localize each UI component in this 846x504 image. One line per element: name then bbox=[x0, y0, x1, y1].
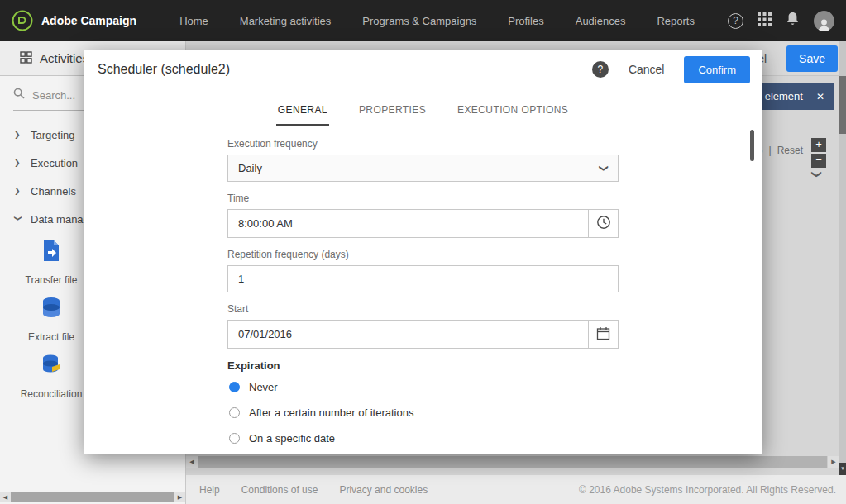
chevron-right-icon: ❯ bbox=[14, 131, 22, 139]
copyright-text: © 2016 Adobe Systems Incorporated. All R… bbox=[579, 484, 836, 496]
dialog-scrollbar-thumb[interactable] bbox=[750, 130, 754, 161]
footer-link-conditions[interactable]: Conditions of use bbox=[241, 484, 318, 496]
canvas-scrollbar-thumb[interactable] bbox=[198, 456, 827, 468]
dialog-actions: ? Cancel Confirm bbox=[592, 56, 750, 83]
zoom-separator: | bbox=[769, 145, 772, 156]
calendar-icon bbox=[596, 326, 610, 343]
dialog-tabs: GENERAL PROPERTIES EXECUTION OPTIONS bbox=[84, 89, 762, 126]
zoom-out-button[interactable]: − bbox=[811, 154, 826, 168]
radio-label: Never bbox=[249, 381, 278, 393]
start-date-input[interactable] bbox=[228, 321, 588, 348]
scheduler-dialog: Scheduler (schedule2) ? Cancel Confirm G… bbox=[84, 50, 762, 454]
dialog-confirm-button[interactable]: Confirm bbox=[684, 56, 750, 83]
activity-label: Transfer file bbox=[26, 274, 78, 286]
scroll-right-icon[interactable]: ▶ bbox=[828, 456, 839, 468]
zoom-buttons: + − bbox=[811, 138, 826, 168]
dialog-body: Execution frequency Daily ❯ Time bbox=[84, 126, 762, 454]
radio-label: On a specific date bbox=[249, 432, 335, 445]
start-date-label: Start bbox=[227, 303, 619, 315]
page-vertical-scrollbar: ▼ bbox=[839, 41, 846, 475]
dialog-title: Scheduler (schedule2) bbox=[98, 62, 230, 77]
repetition-frequency-input[interactable] bbox=[227, 265, 619, 292]
expiration-option-specific-date[interactable]: On a specific date bbox=[227, 432, 619, 445]
canvas-horizontal-scrollbar: ◀ ▶ bbox=[186, 456, 839, 468]
footer-link-privacy[interactable]: Privacy and cookies bbox=[339, 484, 428, 496]
brand: Adobe Campaign bbox=[12, 10, 136, 31]
clock-icon bbox=[596, 215, 611, 232]
activities-panel-title: Activities bbox=[40, 51, 88, 65]
time-field: Time bbox=[227, 193, 619, 238]
radio-unselected-icon[interactable] bbox=[229, 433, 240, 444]
scheduler-form: Execution frequency Daily ❯ Time bbox=[227, 138, 619, 445]
main-nav: Home Marketing activities Programs & Cam… bbox=[179, 15, 695, 27]
collapse-panel-chevron-icon[interactable]: ❯ bbox=[811, 170, 823, 178]
expiration-option-never[interactable]: Never bbox=[227, 381, 619, 393]
footer-link-help[interactable]: Help bbox=[199, 484, 220, 496]
search-icon bbox=[13, 88, 25, 102]
sidebar-horizontal-scrollbar: ◀ ▶ bbox=[0, 492, 185, 502]
time-label: Time bbox=[227, 193, 619, 204]
zoom-status: 6 | Reset bbox=[758, 145, 803, 156]
time-input-group bbox=[227, 209, 619, 238]
time-picker-button[interactable] bbox=[588, 210, 618, 237]
scroll-right-icon[interactable]: ▶ bbox=[174, 492, 185, 502]
section-label: Channels bbox=[31, 185, 76, 197]
brand-name: Adobe Campaign bbox=[41, 14, 136, 27]
start-date-field: Start bbox=[227, 303, 619, 349]
zoom-in-button[interactable]: + bbox=[811, 138, 826, 152]
execution-frequency-select[interactable]: Daily ❯ bbox=[227, 155, 619, 182]
execution-frequency-label: Execution frequency bbox=[227, 138, 619, 150]
dialog-help-icon[interactable]: ? bbox=[592, 61, 609, 78]
scroll-left-icon[interactable]: ◀ bbox=[0, 492, 11, 502]
nav-home[interactable]: Home bbox=[179, 15, 208, 27]
radio-unselected-icon[interactable] bbox=[229, 407, 240, 418]
zoom-reset-link[interactable]: Reset bbox=[777, 145, 803, 156]
notifications-bell-icon[interactable] bbox=[786, 12, 800, 30]
date-picker-button[interactable] bbox=[588, 321, 618, 348]
chevron-down-icon: ❯ bbox=[14, 216, 22, 223]
tab-execution-options[interactable]: EXECUTION OPTIONS bbox=[456, 99, 570, 126]
nav-audiences[interactable]: Audiences bbox=[576, 15, 626, 27]
apps-grid-icon[interactable] bbox=[758, 12, 772, 30]
dialog-cancel-button[interactable]: Cancel bbox=[629, 63, 665, 76]
activities-icon bbox=[20, 51, 32, 66]
tab-general[interactable]: GENERAL bbox=[276, 99, 329, 126]
save-button[interactable]: Save bbox=[786, 45, 838, 72]
repetition-frequency-label: Repetition frequency (days) bbox=[227, 249, 619, 260]
nav-marketing-activities[interactable]: Marketing activities bbox=[240, 15, 332, 27]
dialog-header: Scheduler (schedule2) ? Cancel Confirm bbox=[84, 50, 762, 89]
close-icon[interactable]: ✕ bbox=[816, 91, 824, 102]
radio-selected-icon[interactable] bbox=[229, 382, 240, 392]
execution-frequency-value: Daily bbox=[238, 162, 262, 174]
top-navigation-bar: Adobe Campaign Home Marketing activities… bbox=[0, 0, 846, 41]
adobe-campaign-logo-icon bbox=[12, 10, 33, 31]
app-window: Adobe Campaign Home Marketing activities… bbox=[0, 0, 846, 504]
vertical-scrollbar-thumb[interactable] bbox=[839, 76, 846, 134]
topbar-icons: ? bbox=[728, 11, 834, 31]
selection-badge-label: 1 element bbox=[756, 90, 803, 102]
tab-properties[interactable]: PROPERTIES bbox=[357, 99, 428, 126]
nav-profiles[interactable]: Profiles bbox=[508, 15, 543, 27]
section-label: Execution bbox=[31, 157, 78, 169]
scroll-down-icon[interactable]: ▼ bbox=[839, 463, 846, 475]
zoom-panel: 6 | Reset + − bbox=[758, 138, 826, 168]
activity-label: Extract file bbox=[28, 331, 74, 343]
activity-label: Reconciliation bbox=[21, 388, 83, 400]
chevron-right-icon: ❯ bbox=[14, 159, 22, 167]
start-date-input-group bbox=[227, 320, 619, 349]
help-icon[interactable]: ? bbox=[728, 13, 743, 29]
page-footer: Help Conditions of use Privacy and cooki… bbox=[186, 475, 846, 504]
execution-frequency-field: Execution frequency Daily ❯ bbox=[227, 138, 619, 182]
chevron-down-icon: ❯ bbox=[599, 164, 609, 172]
chevron-right-icon: ❯ bbox=[14, 187, 22, 195]
radio-label: After a certain number of iterations bbox=[249, 407, 413, 419]
expiration-option-iterations[interactable]: After a certain number of iterations bbox=[227, 407, 619, 419]
scroll-left-icon[interactable]: ◀ bbox=[186, 456, 198, 468]
repetition-frequency-field: Repetition frequency (days) bbox=[227, 249, 619, 292]
user-avatar[interactable] bbox=[814, 11, 834, 31]
section-label: Targeting bbox=[31, 129, 74, 141]
time-input[interactable] bbox=[228, 210, 588, 237]
nav-programs-campaigns[interactable]: Programs & Campaigns bbox=[362, 15, 476, 27]
nav-reports[interactable]: Reports bbox=[657, 15, 695, 27]
sidebar-scrollbar-thumb[interactable] bbox=[11, 492, 174, 502]
